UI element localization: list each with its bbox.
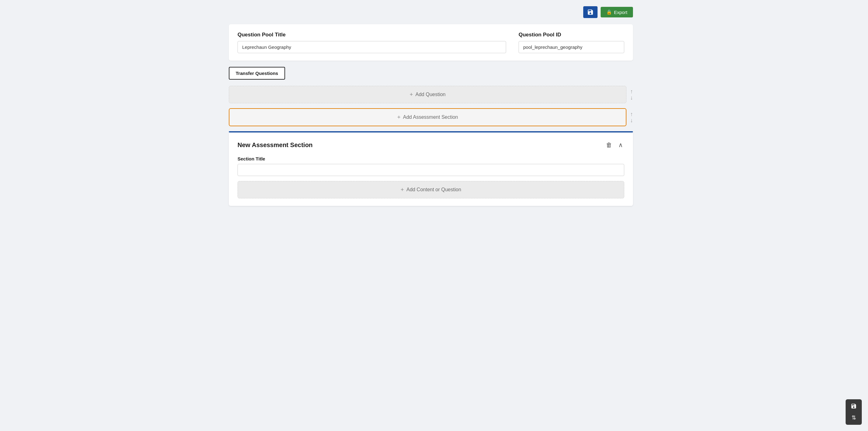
top-bar: 🔒 Export [229,6,633,18]
pool-info-card: Question Pool Title Question Pool ID [229,24,633,61]
chevron-up-icon: ∧ [618,141,623,149]
add-assessment-section-button[interactable]: + Add Assessment Section [229,108,626,126]
sort-down-arrow[interactable]: ↓ [630,95,633,100]
transfer-questions-label: Transfer Questions [236,70,278,76]
add-question-button[interactable]: + Add Question [229,86,626,103]
pool-id-input[interactable] [519,41,624,53]
pool-form-row: Question Pool Title Question Pool ID [238,32,624,53]
pool-title-input[interactable] [238,41,506,53]
sort-up-arrow[interactable]: ↑ [630,89,633,94]
section-title-label: Section Title [238,156,624,161]
add-assessment-plus-icon: + [397,115,401,120]
assessment-sort-down-arrow[interactable]: ↓ [630,118,633,123]
add-content-button[interactable]: + Add Content or Question [238,181,624,198]
pool-id-label: Question Pool ID [519,32,624,38]
section-title-input[interactable] [238,164,624,176]
delete-section-button[interactable]: 🗑 [605,140,613,150]
export-button[interactable]: 🔒 Export [601,7,633,18]
pool-title-label: Question Pool Title [238,32,506,38]
new-assessment-section-card: New Assessment Section 🗑 ∧ Section Title… [229,132,633,206]
add-content-label: Add Content or Question [406,187,461,192]
add-assessment-section-label: Add Assessment Section [403,115,458,120]
trash-icon: 🗑 [606,142,612,149]
header-actions: 🗑 ∧ [605,140,624,150]
floating-sort-button[interactable]: ⇅ [848,413,859,422]
add-question-label: Add Question [415,92,445,97]
assessment-sort-up-arrow[interactable]: ↑ [630,111,633,117]
assessment-section-title: New Assessment Section [238,142,313,149]
add-question-row: + Add Question ↑ ↓ [229,86,633,103]
collapse-section-button[interactable]: ∧ [617,140,624,150]
transfer-section: Transfer Questions [229,67,633,80]
floating-save-button[interactable] [848,402,859,410]
add-content-plus-icon: + [401,187,404,192]
transfer-questions-button[interactable]: Transfer Questions [229,67,285,80]
save-top-button[interactable] [583,6,597,18]
add-question-plus-icon: + [410,92,413,97]
pool-id-group: Question Pool ID [519,32,624,53]
add-assessment-sort-arrows[interactable]: ↑ ↓ [630,111,633,123]
add-question-sort-arrows[interactable]: ↑ ↓ [630,89,633,100]
lock-icon: 🔒 [606,9,612,15]
assessment-section-header: New Assessment Section 🗑 ∧ [238,140,624,150]
export-label: Export [614,10,627,15]
add-assessment-section-row: + Add Assessment Section ↑ ↓ [229,108,633,126]
pool-title-group: Question Pool Title [238,32,506,53]
floating-bottom-panel: ⇅ [846,399,862,425]
floating-sort-icon: ⇅ [851,414,856,421]
